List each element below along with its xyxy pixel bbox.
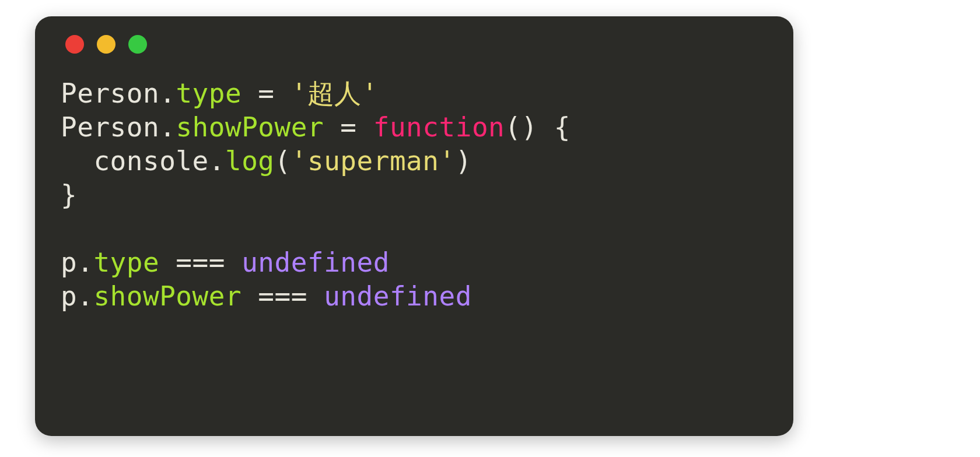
code-token: (	[275, 145, 291, 177]
code-token: showPower	[93, 280, 242, 312]
code-token: ===	[242, 280, 324, 312]
code-line: p.type === undefined	[61, 246, 768, 280]
code-token: =	[324, 111, 373, 143]
code-token: ===	[159, 247, 242, 278]
code-token: p.	[61, 247, 93, 278]
code-token: console.	[61, 145, 225, 177]
code-line	[61, 212, 768, 246]
code-token: }	[61, 179, 77, 210]
code-token: log	[225, 145, 275, 177]
code-token: type	[176, 78, 242, 109]
code-line: p.showPower === undefined	[61, 280, 768, 314]
code-token: '超人'	[291, 78, 378, 109]
window-controls	[65, 35, 768, 54]
code-token: function	[373, 111, 505, 143]
close-icon[interactable]	[65, 35, 84, 54]
code-token: undefined	[242, 247, 390, 278]
code-token: 'superman'	[291, 145, 456, 177]
maximize-icon[interactable]	[128, 35, 147, 54]
code-line: Person.type = '超人'	[61, 77, 768, 111]
code-token: Person.	[61, 111, 176, 143]
code-block: Person.type = '超人'Person.showPower = fun…	[61, 77, 768, 314]
code-token: undefined	[324, 280, 472, 312]
page: Person.type = '超人'Person.showPower = fun…	[0, 0, 980, 457]
code-line: }	[61, 178, 768, 212]
code-token: () {	[505, 111, 570, 143]
minimize-icon[interactable]	[97, 35, 116, 54]
code-token: )	[456, 145, 472, 177]
code-line: Person.showPower = function() {	[61, 111, 768, 145]
code-token: p.	[61, 280, 93, 312]
code-window: Person.type = '超人'Person.showPower = fun…	[35, 16, 793, 436]
code-token: showPower	[176, 111, 324, 143]
code-line: console.log('superman')	[61, 145, 768, 178]
code-token: Person.	[61, 78, 176, 109]
code-token: =	[242, 78, 291, 109]
code-token: type	[93, 247, 159, 278]
